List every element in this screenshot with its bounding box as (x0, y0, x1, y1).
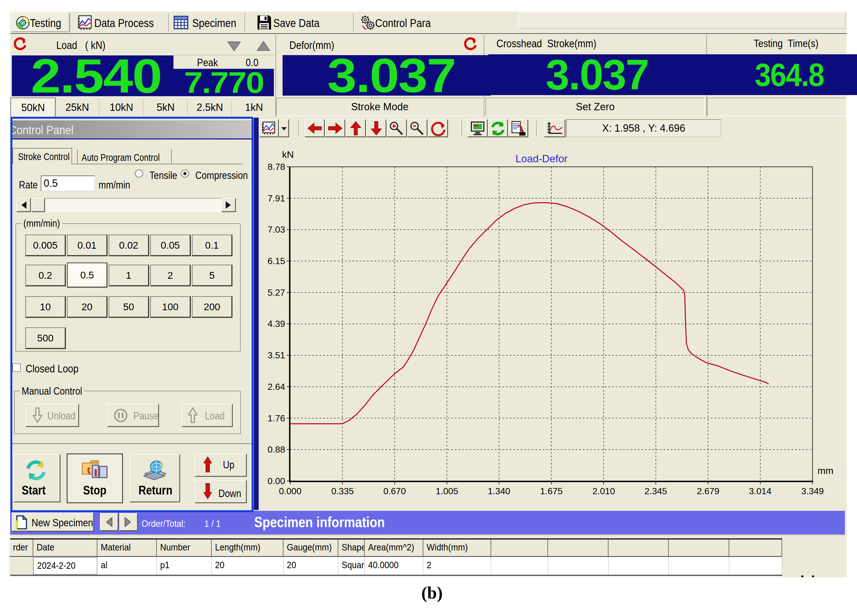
svg-text:0.00: 0.00 (268, 476, 285, 486)
svg-text:6.15: 6.15 (268, 256, 285, 266)
svg-text:2.010: 2.010 (592, 486, 615, 496)
svg-text:0.000: 0.000 (279, 486, 302, 496)
svg-text:mm: mm (818, 465, 834, 476)
svg-text:kN: kN (282, 149, 294, 160)
svg-text:0.670: 0.670 (383, 486, 406, 496)
svg-text:3.51: 3.51 (268, 350, 285, 360)
svg-text:5.27: 5.27 (268, 287, 285, 298)
svg-text:2.345: 2.345 (645, 486, 667, 496)
svg-text:1.675: 1.675 (540, 486, 563, 496)
svg-text:3.014: 3.014 (749, 486, 772, 496)
svg-text:Load-Defor: Load-Defor (515, 153, 568, 165)
svg-text:2.64: 2.64 (268, 382, 285, 392)
svg-text:0.88: 0.88 (268, 445, 285, 455)
svg-text:1.340: 1.340 (488, 486, 510, 496)
svg-text:1.005: 1.005 (436, 486, 458, 496)
svg-text:2.679: 2.679 (697, 486, 719, 496)
svg-text:1.76: 1.76 (268, 413, 285, 423)
svg-text:3.349: 3.349 (801, 486, 824, 496)
svg-text:0.335: 0.335 (331, 486, 354, 496)
svg-text:7.03: 7.03 (268, 224, 285, 235)
svg-text:7.91: 7.91 (268, 193, 285, 203)
svg-text:8.78: 8.78 (268, 162, 285, 172)
svg-text:4.39: 4.39 (268, 319, 285, 329)
